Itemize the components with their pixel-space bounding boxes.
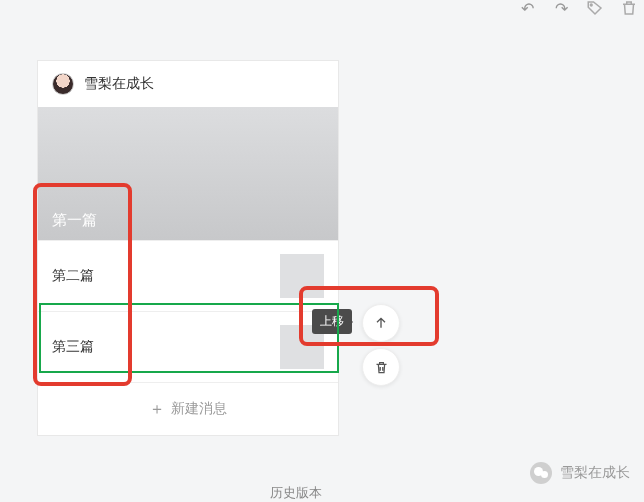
svg-point-0 — [590, 4, 592, 6]
wechat-name: 雪梨在成长 — [560, 464, 630, 482]
new-message-button[interactable]: ＋ 新建消息 — [38, 382, 338, 435]
new-message-label: 新建消息 — [171, 400, 227, 418]
plus-icon: ＋ — [149, 401, 165, 417]
wechat-icon — [530, 462, 552, 484]
highlight-red-left — [33, 183, 132, 386]
author-name: 雪梨在成长 — [84, 75, 154, 93]
trash-icon — [374, 360, 389, 375]
undo-icon[interactable]: ↶ — [517, 0, 537, 18]
highlight-red-right — [299, 286, 439, 346]
delete-button[interactable] — [362, 348, 400, 386]
trash-icon[interactable] — [619, 0, 639, 18]
tag-icon[interactable] — [585, 0, 605, 18]
footer-history[interactable]: 历史版本 — [270, 484, 322, 502]
avatar — [52, 73, 74, 95]
card-header: 雪梨在成长 — [38, 61, 338, 107]
wechat-badge: 雪梨在成长 — [530, 462, 630, 484]
top-toolbar: ↶ ↷ — [517, 0, 639, 18]
redo-icon[interactable]: ↷ — [551, 0, 571, 18]
